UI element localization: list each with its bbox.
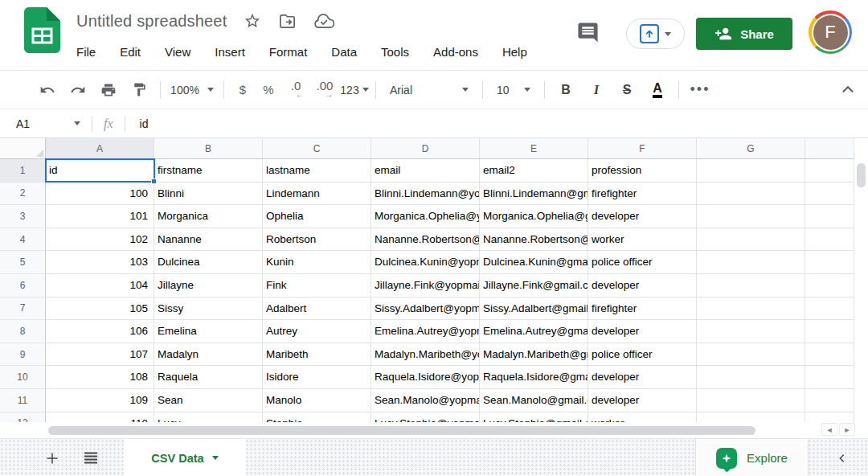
column-header-partial[interactable] <box>805 138 854 159</box>
column-header-d[interactable]: D <box>371 138 480 159</box>
menu-tools[interactable]: Tools <box>379 43 411 60</box>
row-header[interactable]: 6 <box>0 274 46 298</box>
document-title[interactable]: Untitled spreadsheet <box>76 12 227 31</box>
cell[interactable]: Sissy.Adalbert@gmail.com <box>480 298 588 321</box>
more-formats-button[interactable]: 123 <box>339 76 370 105</box>
column-header-e[interactable]: E <box>480 138 588 159</box>
cell[interactable] <box>805 412 854 422</box>
row-header[interactable]: 4 <box>0 228 46 252</box>
row-header[interactable]: 11 <box>0 389 46 412</box>
cloud-saved-icon[interactable] <box>313 10 334 31</box>
cell[interactable]: Autrey <box>263 320 371 343</box>
share-button[interactable]: Share <box>696 18 792 50</box>
cell[interactable]: Dulcinea.Kunin@yopmail.com <box>371 251 480 274</box>
cell[interactable]: Manolo <box>263 389 371 412</box>
cell[interactable]: Dulcinea.Kunin@gmail.com <box>480 251 588 274</box>
cell[interactable]: Blinni.Lindemann@gmail.com <box>480 183 588 206</box>
scroll-right-button[interactable]: ▸ <box>839 423 855 436</box>
format-percent-button[interactable]: % <box>256 76 281 105</box>
cell[interactable] <box>805 389 854 412</box>
cell[interactable] <box>805 228 854 252</box>
cell[interactable]: developer <box>588 320 697 343</box>
present-dropdown-caret[interactable] <box>665 32 671 36</box>
font-family-select[interactable]: Arial <box>382 76 477 105</box>
cell[interactable]: Sean <box>154 389 263 412</box>
column-header-f[interactable]: F <box>588 138 697 159</box>
bold-button[interactable]: B <box>551 76 581 105</box>
row-header[interactable]: 1 <box>0 159 46 183</box>
cell[interactable]: Ophelia <box>263 205 371 228</box>
cell[interactable]: 102 <box>46 228 154 252</box>
cell[interactable] <box>805 343 854 367</box>
cell-a1[interactable]: id <box>46 159 154 183</box>
cell[interactable]: 105 <box>46 298 154 321</box>
cell[interactable]: Madalyn.Maribeth@yopmail.com <box>371 343 480 367</box>
cell[interactable]: developer <box>588 389 697 412</box>
cell[interactable]: 100 <box>46 183 154 206</box>
collapse-toolbar-icon[interactable] <box>839 80 857 101</box>
sheet-tab-menu-caret[interactable] <box>212 456 219 460</box>
cell[interactable]: Nananne.Robertson@yopmail.com <box>371 228 480 252</box>
strikethrough-button[interactable]: S <box>612 76 642 105</box>
cell[interactable]: Fink <box>263 274 371 298</box>
cell[interactable]: 108 <box>46 366 154 389</box>
cell[interactable]: Lucy.Stephie@gmail.com <box>480 412 588 422</box>
column-header-b[interactable]: B <box>154 138 263 159</box>
cell[interactable] <box>697 366 805 389</box>
row-header[interactable]: 2 <box>0 183 46 206</box>
cell[interactable]: Jillayne.Fink@yopmail.com <box>371 274 480 298</box>
cell[interactable]: Emelina <box>154 320 263 343</box>
more-toolbar-button[interactable]: ••• <box>685 76 715 105</box>
cell[interactable]: Dulcinea <box>154 251 263 274</box>
menu-addons[interactable]: Add-ons <box>432 43 480 60</box>
zoom-select[interactable]: 100% <box>166 76 218 105</box>
menu-data[interactable]: Data <box>330 43 358 60</box>
cell[interactable]: Lucy.Stephie@yopmail.com <box>371 412 480 422</box>
cell[interactable]: Kunin <box>263 251 371 274</box>
cell[interactable]: Morganica.Ophelia@yopmail.com <box>371 205 480 228</box>
cell[interactable]: Morganica.Ophelia@gmail.com <box>480 205 588 228</box>
cell[interactable]: email <box>371 159 480 183</box>
menu-view[interactable]: View <box>163 43 192 60</box>
decrease-decimal-button[interactable]: .0← <box>281 76 310 105</box>
cell[interactable] <box>805 274 854 298</box>
cell[interactable]: Maribeth <box>263 343 371 367</box>
redo-button[interactable] <box>63 76 93 105</box>
star-icon[interactable] <box>244 12 261 30</box>
cell[interactable]: Raquela <box>154 366 263 389</box>
sheet-tab-csv-data[interactable]: CSV Data <box>124 439 246 476</box>
select-all-corner[interactable] <box>0 138 46 159</box>
cell[interactable]: developer <box>588 274 697 298</box>
cell[interactable]: Robertson <box>263 228 371 252</box>
paint-format-button[interactable] <box>124 76 154 105</box>
cell[interactable]: profession <box>588 159 697 183</box>
scroll-left-button[interactable]: ◂ <box>821 423 837 436</box>
undo-button[interactable] <box>32 76 63 105</box>
row-header[interactable]: 5 <box>0 251 46 274</box>
cell[interactable] <box>697 320 805 343</box>
cell[interactable] <box>805 159 854 183</box>
cell[interactable] <box>697 343 805 367</box>
cell[interactable] <box>697 298 805 321</box>
sheets-logo-icon[interactable] <box>24 7 60 53</box>
print-button[interactable] <box>93 76 124 105</box>
cell[interactable] <box>805 183 854 206</box>
formula-input[interactable]: id <box>140 117 149 130</box>
menu-format[interactable]: Format <box>268 43 309 60</box>
cell[interactable]: Blinni <box>154 183 263 206</box>
cell[interactable]: Raquela.Isidore@gmail.com <box>480 366 588 389</box>
cell[interactable]: firefighter <box>588 183 697 206</box>
increase-decimal-button[interactable]: .00→ <box>310 76 339 105</box>
font-size-select[interactable]: 10 <box>489 76 538 105</box>
add-sheet-button[interactable] <box>40 439 64 476</box>
cell[interactable]: Morganica <box>154 205 263 228</box>
cell[interactable]: 110 <box>46 412 154 422</box>
row-header[interactable]: 10 <box>0 366 46 389</box>
cell[interactable] <box>697 159 805 183</box>
cell[interactable]: Emelina.Autrey@gmail.com <box>480 320 588 343</box>
cell[interactable]: Isidore <box>263 366 371 389</box>
format-currency-button[interactable]: $ <box>230 76 256 105</box>
cell[interactable] <box>805 205 854 228</box>
cell[interactable]: Nananne <box>154 228 263 252</box>
column-header-g[interactable]: G <box>697 138 805 159</box>
